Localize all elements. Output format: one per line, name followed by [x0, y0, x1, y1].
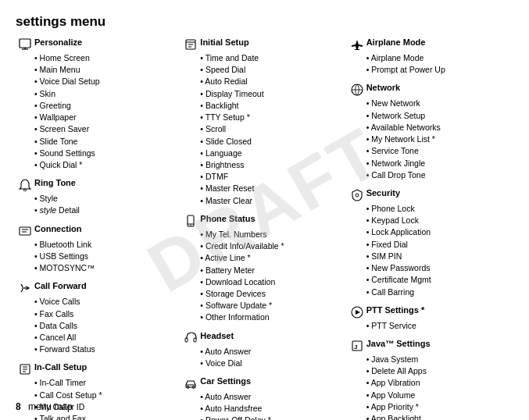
list-item: Battery Meter	[200, 265, 344, 276]
network-items: New Network Network Setup Available Netw…	[351, 98, 510, 181]
svg-point-3	[24, 189, 27, 191]
list-item: Fixed Dial	[366, 239, 510, 251]
list-item: Greeting	[34, 100, 178, 112]
list-item: Bluetooth Link	[34, 239, 178, 251]
list-item: Storage Devices	[200, 288, 344, 300]
list-item: MOTOSYNC™	[34, 262, 178, 274]
headset-icon	[184, 332, 197, 344]
section-personalize: Personalize Home Screen Main Menu Voice …	[19, 37, 178, 171]
ringtone-items: Style style Detail	[19, 193, 178, 216]
list-item: Display Timeout	[200, 88, 344, 100]
list-item: Forward Status	[34, 343, 178, 355]
ringtone-header: Ring Tone	[19, 178, 178, 191]
ptt-title: PTT Settings *	[366, 305, 425, 315]
section-security: Security Phone Lock Keypad Lock Lock App…	[351, 188, 510, 298]
network-header: Network	[351, 83, 510, 96]
callforward-header: Call Forward	[19, 281, 178, 294]
ringtone-icon	[19, 179, 31, 191]
list-item: Screen Saver	[34, 123, 178, 135]
list-item: Style	[34, 193, 178, 205]
list-item: Delete All Apps	[366, 365, 510, 377]
incall-icon	[19, 363, 31, 376]
list-item: Backlight	[200, 100, 344, 112]
network-icon	[351, 84, 363, 96]
ringtone-title: Ring Tone	[34, 178, 76, 187]
list-item: DTMF	[200, 171, 344, 183]
svg-text:J: J	[354, 343, 357, 351]
list-item: Lock Application	[366, 226, 510, 238]
phonestatus-icon	[184, 215, 197, 227]
list-item: Master Clear	[200, 195, 344, 207]
connection-items: Bluetooth Link USB Settings MOTOSYNC™	[19, 239, 178, 275]
list-item: Home Screen	[34, 52, 178, 64]
list-item: Auto Redial	[200, 76, 344, 87]
list-item: New Network	[366, 98, 510, 109]
list-item: Auto Answer	[200, 346, 344, 358]
list-item: Keypad Lock	[366, 215, 510, 226]
airplanemode-title: Airplane Mode	[366, 37, 426, 47]
list-item: Phone Lock	[366, 203, 510, 215]
section-connection: Connection Bluetooth Link USB Settings M…	[19, 224, 178, 275]
list-item: Network Setup	[366, 110, 510, 122]
java-items: Java System Delete All Apps App Vibratio…	[351, 354, 510, 420]
list-item: Data Calls	[34, 320, 178, 332]
list-item: App Volume	[366, 390, 510, 401]
list-item: App Priority *	[366, 401, 510, 413]
section-java: J Java™ Settings Java System Delete All …	[351, 339, 510, 420]
list-item: Network Jingle	[366, 158, 510, 169]
list-item: Available Networks	[366, 122, 510, 133]
list-item: In-Call Timer	[34, 377, 178, 389]
phonestatus-title: Phone Status	[200, 214, 255, 223]
personalize-title: Personalize	[34, 37, 82, 47]
list-item: App Backlight	[366, 413, 510, 420]
list-item: Airplane Mode	[366, 52, 510, 64]
list-item: Java System	[366, 354, 510, 365]
list-item: Software Update *	[200, 300, 344, 311]
list-item: App Vibration	[366, 377, 510, 389]
callforward-icon	[19, 282, 31, 294]
ptt-items: PTT Service	[351, 320, 510, 332]
section-initialsetup: Initial Setup Time and Date Speed Dial A…	[184, 37, 344, 207]
list-item: Credit Info/Available *	[200, 240, 344, 252]
incall-items: In-Call Timer Call Cost Setup * My Calle…	[19, 377, 178, 420]
airplanemode-items: Airplane Mode Prompt at Power Up	[351, 52, 510, 76]
page-label-text: menu map	[28, 401, 73, 412]
page: settings menu DRAFT Personalize Home Scr…	[0, 0, 529, 420]
section-callforward: Call Forward Voice Calls Fax Calls Data …	[19, 281, 178, 355]
personalize-icon	[19, 38, 31, 51]
list-item: Cancel All	[34, 332, 178, 343]
java-title: Java™ Settings	[366, 339, 431, 348]
incall-title: In-Call Setup	[34, 362, 87, 372]
list-item: Call Barring	[366, 287, 510, 298]
column-2: Initial Setup Time and Date Speed Dial A…	[181, 37, 347, 420]
headset-items: Auto Answer Voice Dial	[184, 346, 344, 369]
section-airplanemode: Airplane Mode Airplane Mode Prompt at Po…	[351, 37, 510, 76]
headset-header: Headset	[184, 331, 344, 344]
airplane-icon	[351, 38, 363, 51]
security-header: Security	[351, 188, 510, 201]
java-header: J Java™ Settings	[351, 339, 510, 352]
phonestatus-items: My Tel. Numbers Credit Info/Available * …	[184, 229, 344, 324]
svg-rect-20	[194, 338, 196, 342]
list-item: Power-Off Delay *	[200, 415, 344, 420]
list-item: Auto Handsfree	[200, 403, 344, 415]
callforward-items: Voice Calls Fax Calls Data Calls Cancel …	[19, 296, 178, 355]
list-item: Master Reset	[200, 183, 344, 194]
ptt-icon	[351, 306, 363, 319]
list-item: Language	[200, 148, 344, 159]
list-item: Quick Dial *	[34, 159, 178, 171]
initialsetup-header: Initial Setup	[184, 37, 344, 51]
list-item: Certificate Mgmt	[366, 274, 510, 286]
svg-rect-0	[20, 39, 30, 48]
svg-point-18	[191, 225, 191, 226]
page-number: 8	[16, 401, 21, 412]
section-phonestatus: Phone Status My Tel. Numbers Credit Info…	[184, 214, 344, 324]
list-item: Main Menu	[34, 64, 178, 76]
column-3: Airplane Mode Airplane Mode Prompt at Po…	[348, 37, 513, 420]
section-ringtone: Ring Tone Style style Detail	[19, 178, 178, 216]
columns-container: Personalize Home Screen Main Menu Voice …	[16, 37, 513, 420]
list-item: Sound Settings	[34, 148, 178, 159]
carsettings-title: Car Settings	[200, 376, 251, 386]
svg-marker-28	[356, 310, 360, 315]
list-item: Call Drop Tone	[366, 169, 510, 181]
